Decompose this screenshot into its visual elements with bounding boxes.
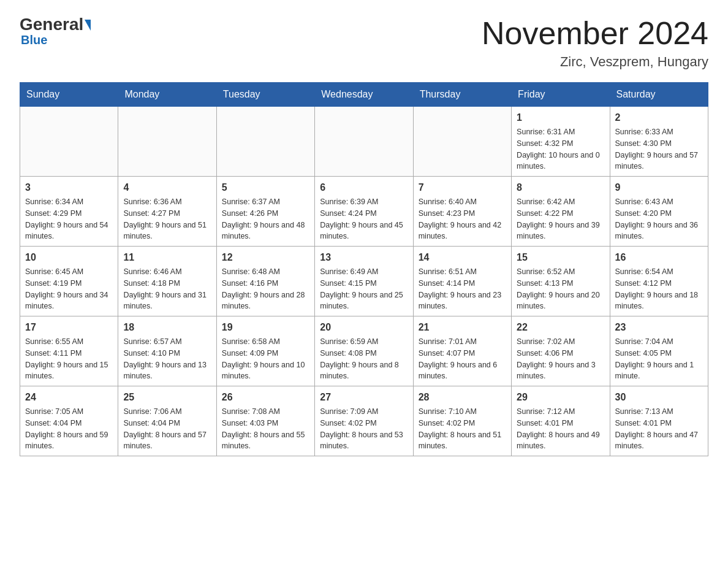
day-info: Sunrise: 6:51 AMSunset: 4:14 PMDaylight:… [419,266,506,312]
calendar-cell: 2Sunrise: 6:33 AMSunset: 4:30 PMDaylight… [610,107,708,177]
calendar-header-row: SundayMondayTuesdayWednesdayThursdayFrid… [20,83,708,107]
calendar-cell: 24Sunrise: 7:05 AMSunset: 4:04 PMDayligh… [20,386,118,456]
day-info: Sunrise: 7:12 AMSunset: 4:01 PMDaylight:… [517,406,604,452]
calendar-cell: 26Sunrise: 7:08 AMSunset: 4:03 PMDayligh… [216,386,314,456]
calendar-cell: 22Sunrise: 7:02 AMSunset: 4:06 PMDayligh… [512,316,610,386]
calendar-cell: 7Sunrise: 6:40 AMSunset: 4:23 PMDaylight… [413,177,511,247]
day-number: 4 [123,180,211,195]
day-info: Sunrise: 7:02 AMSunset: 4:06 PMDaylight:… [517,336,604,382]
day-info: Sunrise: 6:42 AMSunset: 4:22 PMDaylight:… [517,196,604,242]
day-number: 26 [222,390,309,405]
logo: General Blue [20,15,91,47]
calendar-cell: 5Sunrise: 6:37 AMSunset: 4:26 PMDaylight… [216,177,314,247]
day-number: 23 [615,320,703,335]
day-info: Sunrise: 6:49 AMSunset: 4:15 PMDaylight:… [320,266,408,312]
day-info: Sunrise: 6:58 AMSunset: 4:09 PMDaylight:… [222,336,309,382]
day-number: 28 [419,390,506,405]
calendar-cell: 13Sunrise: 6:49 AMSunset: 4:15 PMDayligh… [315,247,413,316]
calendar-cell: 1Sunrise: 6:31 AMSunset: 4:32 PMDaylight… [512,107,610,177]
calendar-cell: 19Sunrise: 6:58 AMSunset: 4:09 PMDayligh… [216,316,314,386]
calendar-cell: 25Sunrise: 7:06 AMSunset: 4:04 PMDayligh… [118,386,216,456]
day-info: Sunrise: 6:34 AMSunset: 4:29 PMDaylight:… [25,196,113,242]
calendar-cell [413,107,511,177]
day-number: 14 [419,250,506,265]
calendar-cell: 23Sunrise: 7:04 AMSunset: 4:05 PMDayligh… [610,316,708,386]
day-number: 25 [123,390,211,405]
calendar-header-monday: Monday [118,83,216,107]
day-info: Sunrise: 7:13 AMSunset: 4:01 PMDaylight:… [615,406,703,452]
day-number: 6 [320,180,408,195]
calendar-cell: 12Sunrise: 6:48 AMSunset: 4:16 PMDayligh… [216,247,314,316]
calendar-cell: 27Sunrise: 7:09 AMSunset: 4:02 PMDayligh… [315,386,413,456]
calendar-cell: 29Sunrise: 7:12 AMSunset: 4:01 PMDayligh… [512,386,610,456]
calendar-week-row: 1Sunrise: 6:31 AMSunset: 4:32 PMDaylight… [20,107,708,177]
calendar-header-saturday: Saturday [610,83,708,107]
day-info: Sunrise: 6:55 AMSunset: 4:11 PMDaylight:… [25,336,113,382]
calendar-cell: 21Sunrise: 7:01 AMSunset: 4:07 PMDayligh… [413,316,511,386]
day-info: Sunrise: 6:46 AMSunset: 4:18 PMDaylight:… [123,266,211,312]
calendar-cell: 30Sunrise: 7:13 AMSunset: 4:01 PMDayligh… [610,386,708,456]
day-info: Sunrise: 7:09 AMSunset: 4:02 PMDaylight:… [320,406,408,452]
day-info: Sunrise: 6:33 AMSunset: 4:30 PMDaylight:… [615,126,703,172]
calendar-cell: 20Sunrise: 6:59 AMSunset: 4:08 PMDayligh… [315,316,413,386]
day-info: Sunrise: 6:37 AMSunset: 4:26 PMDaylight:… [222,196,309,242]
day-number: 19 [222,320,309,335]
calendar-week-row: 3Sunrise: 6:34 AMSunset: 4:29 PMDaylight… [20,177,708,247]
subtitle: Zirc, Veszprem, Hungary [482,54,708,70]
calendar-cell: 14Sunrise: 6:51 AMSunset: 4:14 PMDayligh… [413,247,511,316]
day-info: Sunrise: 6:39 AMSunset: 4:24 PMDaylight:… [320,196,408,242]
page-header: General Blue November 2024 Zirc, Veszpre… [0,0,728,77]
calendar-cell: 3Sunrise: 6:34 AMSunset: 4:29 PMDaylight… [20,177,118,247]
day-number: 10 [25,250,113,265]
calendar-cell: 11Sunrise: 6:46 AMSunset: 4:18 PMDayligh… [118,247,216,316]
day-info: Sunrise: 6:31 AMSunset: 4:32 PMDaylight:… [517,126,604,172]
day-info: Sunrise: 6:54 AMSunset: 4:12 PMDaylight:… [615,266,703,312]
calendar-cell: 4Sunrise: 6:36 AMSunset: 4:27 PMDaylight… [118,177,216,247]
day-info: Sunrise: 6:45 AMSunset: 4:19 PMDaylight:… [25,266,113,312]
day-info: Sunrise: 7:08 AMSunset: 4:03 PMDaylight:… [222,406,309,452]
day-info: Sunrise: 6:36 AMSunset: 4:27 PMDaylight:… [123,196,211,242]
calendar-cell [216,107,314,177]
calendar-week-row: 10Sunrise: 6:45 AMSunset: 4:19 PMDayligh… [20,247,708,316]
calendar-header-tuesday: Tuesday [216,83,314,107]
calendar-cell: 15Sunrise: 6:52 AMSunset: 4:13 PMDayligh… [512,247,610,316]
day-info: Sunrise: 6:40 AMSunset: 4:23 PMDaylight:… [419,196,506,242]
main-title: November 2024 [482,15,708,52]
day-number: 16 [615,250,703,265]
day-info: Sunrise: 6:43 AMSunset: 4:20 PMDaylight:… [615,196,703,242]
calendar-cell: 17Sunrise: 6:55 AMSunset: 4:11 PMDayligh… [20,316,118,386]
calendar-week-row: 17Sunrise: 6:55 AMSunset: 4:11 PMDayligh… [20,316,708,386]
day-info: Sunrise: 6:52 AMSunset: 4:13 PMDaylight:… [517,266,604,312]
day-info: Sunrise: 7:06 AMSunset: 4:04 PMDaylight:… [123,406,211,452]
day-number: 20 [320,320,408,335]
logo-triangle-icon [85,20,91,31]
calendar-header-thursday: Thursday [413,83,511,107]
day-number: 5 [222,180,309,195]
logo-text: General [20,15,91,34]
day-info: Sunrise: 7:05 AMSunset: 4:04 PMDaylight:… [25,406,113,452]
day-number: 9 [615,180,703,195]
calendar-cell: 6Sunrise: 6:39 AMSunset: 4:24 PMDaylight… [315,177,413,247]
day-info: Sunrise: 6:57 AMSunset: 4:10 PMDaylight:… [123,336,211,382]
calendar-header-sunday: Sunday [20,83,118,107]
calendar-table: SundayMondayTuesdayWednesdayThursdayFrid… [20,82,708,456]
calendar-cell: 9Sunrise: 6:43 AMSunset: 4:20 PMDaylight… [610,177,708,247]
day-number: 21 [419,320,506,335]
day-info: Sunrise: 7:01 AMSunset: 4:07 PMDaylight:… [419,336,506,382]
day-number: 22 [517,320,604,335]
calendar-cell: 16Sunrise: 6:54 AMSunset: 4:12 PMDayligh… [610,247,708,316]
day-info: Sunrise: 6:59 AMSunset: 4:08 PMDaylight:… [320,336,408,382]
day-number: 24 [25,390,113,405]
title-block: November 2024 Zirc, Veszprem, Hungary [482,15,708,70]
day-info: Sunrise: 7:04 AMSunset: 4:05 PMDaylight:… [615,336,703,382]
calendar-week-row: 24Sunrise: 7:05 AMSunset: 4:04 PMDayligh… [20,386,708,456]
day-number: 30 [615,390,703,405]
day-number: 29 [517,390,604,405]
calendar-cell: 28Sunrise: 7:10 AMSunset: 4:02 PMDayligh… [413,386,511,456]
day-number: 18 [123,320,211,335]
calendar-header-wednesday: Wednesday [315,83,413,107]
calendar-cell: 10Sunrise: 6:45 AMSunset: 4:19 PMDayligh… [20,247,118,316]
logo-blue: Blue [21,33,47,47]
day-number: 1 [517,110,604,125]
day-number: 15 [517,250,604,265]
